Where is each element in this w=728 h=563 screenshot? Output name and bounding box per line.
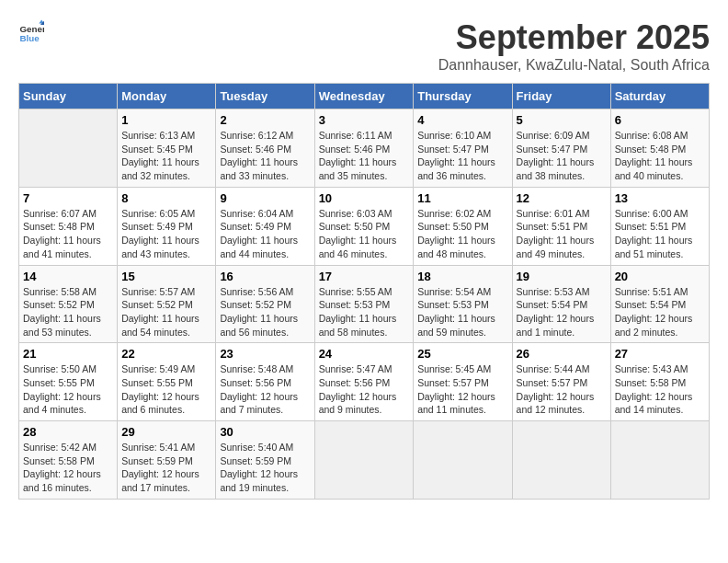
day-number: 9 bbox=[220, 191, 310, 205]
day-header-saturday: Saturday bbox=[610, 84, 709, 109]
day-number: 3 bbox=[319, 113, 410, 127]
location-subtitle: Dannhauser, KwaZulu-Natal, South Africa bbox=[438, 57, 710, 74]
day-info: Sunrise: 5:54 AM Sunset: 5:53 PM Dayligh… bbox=[417, 285, 507, 339]
week-row-2: 7Sunrise: 6:07 AM Sunset: 5:48 PM Daylig… bbox=[19, 187, 710, 265]
day-info: Sunrise: 5:56 AM Sunset: 5:52 PM Dayligh… bbox=[220, 285, 310, 339]
calendar-cell: 16Sunrise: 5:56 AM Sunset: 5:52 PM Dayli… bbox=[216, 265, 314, 343]
day-info: Sunrise: 5:42 AM Sunset: 5:58 PM Dayligh… bbox=[23, 441, 113, 495]
day-info: Sunrise: 6:03 AM Sunset: 5:50 PM Dayligh… bbox=[319, 207, 410, 261]
day-info: Sunrise: 6:04 AM Sunset: 5:49 PM Dayligh… bbox=[220, 207, 310, 261]
week-row-1: 1Sunrise: 6:13 AM Sunset: 5:45 PM Daylig… bbox=[19, 109, 710, 188]
calendar-cell: 17Sunrise: 5:55 AM Sunset: 5:53 PM Dayli… bbox=[314, 265, 414, 343]
day-info: Sunrise: 6:11 AM Sunset: 5:46 PM Dayligh… bbox=[319, 129, 410, 183]
calendar-cell: 29Sunrise: 5:41 AM Sunset: 5:59 PM Dayli… bbox=[118, 421, 216, 500]
day-header-wednesday: Wednesday bbox=[314, 84, 414, 109]
day-number: 27 bbox=[615, 347, 705, 361]
day-number: 24 bbox=[319, 347, 410, 361]
day-number: 1 bbox=[121, 113, 211, 127]
day-number: 25 bbox=[417, 347, 507, 361]
day-header-friday: Friday bbox=[512, 84, 610, 109]
day-info: Sunrise: 6:00 AM Sunset: 5:51 PM Dayligh… bbox=[615, 207, 705, 261]
days-header-row: SundayMondayTuesdayWednesdayThursdayFrid… bbox=[19, 84, 710, 109]
day-info: Sunrise: 6:01 AM Sunset: 5:51 PM Dayligh… bbox=[517, 207, 607, 261]
day-info: Sunrise: 5:44 AM Sunset: 5:57 PM Dayligh… bbox=[517, 362, 607, 417]
day-header-sunday: Sunday bbox=[19, 84, 118, 109]
calendar-cell: 19Sunrise: 5:53 AM Sunset: 5:54 PM Dayli… bbox=[512, 265, 610, 343]
day-info: Sunrise: 6:02 AM Sunset: 5:50 PM Dayligh… bbox=[417, 207, 507, 261]
calendar-cell: 3Sunrise: 6:11 AM Sunset: 5:46 PM Daylig… bbox=[314, 109, 414, 188]
calendar-cell: 2Sunrise: 6:12 AM Sunset: 5:46 PM Daylig… bbox=[216, 109, 314, 188]
calendar-cell bbox=[19, 109, 118, 188]
day-number: 8 bbox=[121, 191, 211, 205]
calendar-cell: 24Sunrise: 5:47 AM Sunset: 5:56 PM Dayli… bbox=[314, 343, 414, 421]
calendar-cell: 1Sunrise: 6:13 AM Sunset: 5:45 PM Daylig… bbox=[118, 109, 216, 188]
calendar-cell: 13Sunrise: 6:00 AM Sunset: 5:51 PM Dayli… bbox=[610, 187, 709, 265]
day-info: Sunrise: 5:51 AM Sunset: 5:54 PM Dayligh… bbox=[615, 285, 705, 339]
day-number: 5 bbox=[517, 113, 607, 127]
week-row-4: 21Sunrise: 5:50 AM Sunset: 5:55 PM Dayli… bbox=[19, 343, 710, 421]
day-number: 16 bbox=[220, 270, 310, 283]
calendar-cell: 7Sunrise: 6:07 AM Sunset: 5:48 PM Daylig… bbox=[19, 187, 118, 265]
day-info: Sunrise: 5:45 AM Sunset: 5:57 PM Dayligh… bbox=[417, 362, 507, 417]
calendar-cell: 27Sunrise: 5:43 AM Sunset: 5:58 PM Dayli… bbox=[610, 343, 709, 421]
calendar-cell bbox=[314, 421, 414, 500]
calendar-table: SundayMondayTuesdayWednesdayThursdayFrid… bbox=[18, 83, 710, 500]
calendar-cell: 28Sunrise: 5:42 AM Sunset: 5:58 PM Dayli… bbox=[19, 421, 118, 500]
calendar-cell: 25Sunrise: 5:45 AM Sunset: 5:57 PM Dayli… bbox=[414, 343, 512, 421]
day-info: Sunrise: 6:10 AM Sunset: 5:47 PM Dayligh… bbox=[417, 129, 507, 183]
calendar-cell: 23Sunrise: 5:48 AM Sunset: 5:56 PM Dayli… bbox=[216, 343, 314, 421]
day-number: 15 bbox=[121, 270, 211, 283]
calendar-cell: 21Sunrise: 5:50 AM Sunset: 5:55 PM Dayli… bbox=[19, 343, 118, 421]
calendar-cell bbox=[610, 421, 709, 500]
calendar-cell: 5Sunrise: 6:09 AM Sunset: 5:47 PM Daylig… bbox=[512, 109, 610, 188]
day-number: 28 bbox=[23, 425, 113, 439]
day-info: Sunrise: 6:09 AM Sunset: 5:47 PM Dayligh… bbox=[517, 129, 607, 183]
month-title: September 2025 bbox=[438, 18, 710, 57]
calendar-cell: 6Sunrise: 6:08 AM Sunset: 5:48 PM Daylig… bbox=[610, 109, 709, 188]
day-number: 6 bbox=[615, 113, 705, 127]
day-info: Sunrise: 5:53 AM Sunset: 5:54 PM Dayligh… bbox=[517, 285, 607, 339]
day-info: Sunrise: 6:13 AM Sunset: 5:45 PM Dayligh… bbox=[121, 129, 211, 183]
day-number: 20 bbox=[615, 270, 705, 283]
day-info: Sunrise: 5:41 AM Sunset: 5:59 PM Dayligh… bbox=[121, 441, 211, 495]
day-number: 13 bbox=[615, 191, 705, 205]
svg-text:Blue: Blue bbox=[19, 33, 40, 43]
day-info: Sunrise: 6:07 AM Sunset: 5:48 PM Dayligh… bbox=[23, 207, 113, 261]
day-number: 14 bbox=[23, 270, 113, 283]
day-info: Sunrise: 6:05 AM Sunset: 5:49 PM Dayligh… bbox=[121, 207, 211, 261]
week-row-5: 28Sunrise: 5:42 AM Sunset: 5:58 PM Dayli… bbox=[19, 421, 710, 500]
day-number: 22 bbox=[121, 347, 211, 361]
day-number: 11 bbox=[417, 191, 507, 205]
calendar-cell: 8Sunrise: 6:05 AM Sunset: 5:49 PM Daylig… bbox=[118, 187, 216, 265]
day-number: 7 bbox=[23, 191, 113, 205]
day-number: 26 bbox=[517, 347, 607, 361]
day-info: Sunrise: 5:47 AM Sunset: 5:56 PM Dayligh… bbox=[319, 362, 410, 417]
logo: General Blue bbox=[18, 18, 44, 44]
day-header-monday: Monday bbox=[118, 84, 216, 109]
header: General Blue September 2025 Dannhauser, … bbox=[18, 18, 710, 74]
day-number: 4 bbox=[417, 113, 507, 127]
day-number: 30 bbox=[220, 425, 310, 439]
calendar-cell: 4Sunrise: 6:10 AM Sunset: 5:47 PM Daylig… bbox=[414, 109, 512, 188]
calendar-cell: 14Sunrise: 5:58 AM Sunset: 5:52 PM Dayli… bbox=[19, 265, 118, 343]
calendar-cell: 30Sunrise: 5:40 AM Sunset: 5:59 PM Dayli… bbox=[216, 421, 314, 500]
day-number: 18 bbox=[417, 270, 507, 283]
calendar-cell: 26Sunrise: 5:44 AM Sunset: 5:57 PM Dayli… bbox=[512, 343, 610, 421]
day-header-tuesday: Tuesday bbox=[216, 84, 314, 109]
day-number: 12 bbox=[517, 191, 607, 205]
calendar-cell: 20Sunrise: 5:51 AM Sunset: 5:54 PM Dayli… bbox=[610, 265, 709, 343]
calendar-cell: 22Sunrise: 5:49 AM Sunset: 5:55 PM Dayli… bbox=[118, 343, 216, 421]
day-number: 21 bbox=[23, 347, 113, 361]
logo-icon: General Blue bbox=[18, 18, 44, 44]
day-info: Sunrise: 5:57 AM Sunset: 5:52 PM Dayligh… bbox=[121, 285, 211, 339]
calendar-cell: 15Sunrise: 5:57 AM Sunset: 5:52 PM Dayli… bbox=[118, 265, 216, 343]
day-number: 2 bbox=[220, 113, 310, 127]
day-info: Sunrise: 5:40 AM Sunset: 5:59 PM Dayligh… bbox=[220, 441, 310, 495]
day-info: Sunrise: 5:43 AM Sunset: 5:58 PM Dayligh… bbox=[615, 362, 705, 417]
calendar-cell: 9Sunrise: 6:04 AM Sunset: 5:49 PM Daylig… bbox=[216, 187, 314, 265]
day-info: Sunrise: 5:50 AM Sunset: 5:55 PM Dayligh… bbox=[23, 362, 113, 417]
day-info: Sunrise: 5:55 AM Sunset: 5:53 PM Dayligh… bbox=[319, 285, 410, 339]
calendar-cell: 12Sunrise: 6:01 AM Sunset: 5:51 PM Dayli… bbox=[512, 187, 610, 265]
week-row-3: 14Sunrise: 5:58 AM Sunset: 5:52 PM Dayli… bbox=[19, 265, 710, 343]
title-block: September 2025 Dannhauser, KwaZulu-Natal… bbox=[438, 18, 710, 74]
